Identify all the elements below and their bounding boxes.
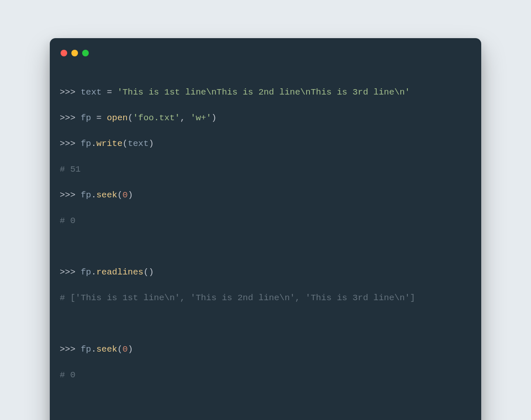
paren-close: ) bbox=[212, 113, 217, 123]
paren-close: ) bbox=[149, 139, 154, 148]
close-icon[interactable] bbox=[61, 50, 67, 56]
dot-operator: . bbox=[91, 139, 97, 148]
function-seek: seek bbox=[96, 345, 117, 354]
string-literal: 'w+' bbox=[190, 113, 211, 123]
variable-text: text bbox=[80, 87, 101, 97]
paren-open: ( bbox=[117, 190, 123, 200]
code-block: >>> text = 'This is 1st line\nThis is 2n… bbox=[60, 73, 471, 420]
maximize-icon[interactable] bbox=[82, 50, 89, 56]
terminal-window: >>> text = 'This is 1st line\nThis is 2n… bbox=[50, 38, 481, 420]
code-line: # ['This is 1st line\n', 'This is 2nd li… bbox=[60, 291, 471, 304]
variable-fp: fp bbox=[80, 113, 91, 123]
string-literal: 'foo.txt' bbox=[133, 113, 180, 123]
string-literal: 'This is 1st line\nThis is 2nd line\nThi… bbox=[117, 87, 410, 97]
dot-operator: . bbox=[91, 190, 97, 200]
number-literal: 0 bbox=[122, 345, 128, 354]
code-line: # 51 bbox=[60, 163, 471, 176]
code-line: >>> fp.readlines() bbox=[60, 266, 471, 279]
code-line: # 0 bbox=[60, 214, 471, 227]
code-line: >>> fp.seek(0) bbox=[60, 189, 471, 202]
operator-assign: = bbox=[91, 113, 107, 123]
paren-open: ( bbox=[122, 139, 128, 148]
comment-output: # ['This is 1st line\n', 'This is 2nd li… bbox=[60, 293, 415, 303]
minimize-icon[interactable] bbox=[71, 50, 78, 56]
paren-close: ) bbox=[149, 267, 154, 277]
variable-fp: fp bbox=[80, 267, 91, 277]
paren-open: ( bbox=[128, 113, 133, 123]
dot-operator: . bbox=[91, 267, 97, 277]
variable-fp: fp bbox=[80, 190, 91, 200]
variable-fp: fp bbox=[80, 139, 91, 148]
titlebar bbox=[60, 50, 471, 56]
function-write: write bbox=[96, 139, 122, 148]
code-line: >>> text = 'This is 1st line\nThis is 2n… bbox=[60, 86, 471, 99]
function-seek: seek bbox=[96, 190, 117, 200]
paren-close: ) bbox=[128, 345, 133, 354]
code-line: >>> fp.seek(0) bbox=[60, 343, 471, 356]
paren-open: ( bbox=[117, 345, 123, 354]
prompt-chars: >>> bbox=[60, 113, 80, 123]
comma: , bbox=[180, 113, 190, 123]
prompt-chars: >>> bbox=[60, 267, 80, 277]
code-line: >>> fp = open('foo.txt', 'w+') bbox=[60, 112, 471, 124]
prompt-chars: >>> bbox=[60, 87, 80, 97]
prompt-chars: >>> bbox=[60, 139, 80, 148]
code-line: # 0 bbox=[60, 369, 471, 381]
comment-output: # 51 bbox=[60, 165, 80, 174]
code-line: >>> fp.write(text) bbox=[60, 137, 471, 150]
blank-line bbox=[60, 394, 471, 407]
paren-close: ) bbox=[128, 190, 133, 200]
prompt-chars: >>> bbox=[60, 190, 80, 200]
blank-line bbox=[60, 317, 471, 330]
operator-assign: = bbox=[102, 87, 117, 97]
comment-output: # 0 bbox=[60, 370, 76, 380]
variable-text: text bbox=[128, 139, 149, 148]
blank-line bbox=[60, 240, 471, 253]
comment-output: # 0 bbox=[60, 216, 76, 226]
function-open: open bbox=[107, 113, 127, 123]
function-readlines: readlines bbox=[96, 267, 143, 277]
paren-open: ( bbox=[144, 267, 149, 277]
variable-fp: fp bbox=[80, 345, 91, 354]
number-literal: 0 bbox=[122, 190, 128, 200]
dot-operator: . bbox=[91, 345, 97, 354]
prompt-chars: >>> bbox=[60, 345, 80, 354]
